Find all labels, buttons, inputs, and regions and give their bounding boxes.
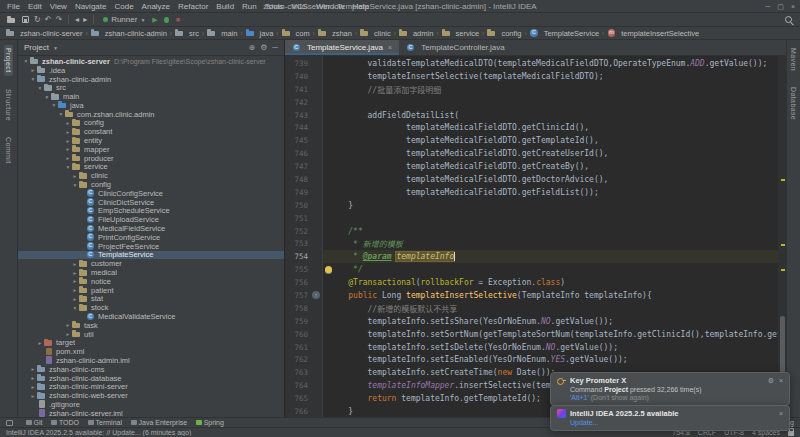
tree-item-task[interactable]: ▸task xyxy=(18,321,284,330)
toolstrip-maven[interactable]: Maven xyxy=(789,45,798,74)
chevron-right-icon[interactable]: ▸ xyxy=(36,340,44,346)
breadcrumb-item[interactable]: zshan-clinic-admin xyxy=(91,29,167,38)
tree-item-zshan-clinic-admin[interactable]: ▾zshan-clinic-admin xyxy=(18,75,284,84)
line-number[interactable]: 756 xyxy=(285,276,322,289)
line-number[interactable]: 751 xyxy=(285,212,322,225)
line-number[interactable]: 755 xyxy=(285,263,322,276)
line-number[interactable]: 763 xyxy=(285,366,322,379)
chevron-down-icon[interactable]: ▾ xyxy=(71,182,79,188)
tree-item-templateservice[interactable]: TemplateService xyxy=(18,251,284,260)
menu-analyze[interactable]: Analyze xyxy=(138,2,174,11)
tree-item-mapper[interactable]: ▸mapper xyxy=(18,145,284,154)
lock-icon[interactable] xyxy=(788,431,794,436)
breadcrumb-item[interactable]: src xyxy=(175,29,199,38)
menu-tools[interactable]: Tools xyxy=(261,2,288,11)
tree-item--gitignore[interactable]: .gitignore xyxy=(18,400,284,409)
tree-item-patient[interactable]: ▸patient xyxy=(18,286,284,295)
menu-navigate[interactable]: Navigate xyxy=(71,2,111,11)
line-number[interactable]: 741 xyxy=(285,83,322,96)
breadcrumb-item[interactable]: clinic xyxy=(360,29,391,38)
run-configuration-select[interactable]: Runner ▼ xyxy=(100,15,148,24)
chevron-right-icon[interactable]: ▸ xyxy=(71,296,79,302)
tree-item-empscheduleservice[interactable]: EmpScheduleService xyxy=(18,207,284,216)
hide-panel-icon[interactable]: ─ xyxy=(272,43,278,52)
tree-item-stat[interactable]: ▸stat xyxy=(18,295,284,304)
menu-build[interactable]: Build xyxy=(212,2,238,11)
run-button[interactable]: ▶ xyxy=(152,16,157,24)
sync-icon[interactable]: ↻ xyxy=(34,15,41,25)
tree-item-clinic[interactable]: ▸clinic xyxy=(18,171,284,180)
minimize-button[interactable]: ─ xyxy=(765,0,770,13)
breadcrumb-item[interactable]: zshan xyxy=(318,29,352,38)
menu-refactor[interactable]: Refactor xyxy=(174,2,212,11)
menu-help[interactable]: Help xyxy=(348,2,372,11)
toolwindow-spring[interactable]: Spring xyxy=(196,419,224,426)
tree-item-clinicconfigservice[interactable]: ClinicConfigService xyxy=(18,189,284,198)
menu-code[interactable]: Code xyxy=(110,2,137,11)
menu-run[interactable]: Run xyxy=(238,2,261,11)
search-everywhere-icon[interactable] xyxy=(784,15,794,25)
tree-item-stock[interactable]: ▾stock xyxy=(18,303,284,312)
chevron-right-icon[interactable]: ▸ xyxy=(29,366,37,372)
chevron-right-icon[interactable]: ▸ xyxy=(71,278,79,284)
chevron-right-icon[interactable]: ▸ xyxy=(29,375,37,381)
toolstrip-project[interactable]: Project xyxy=(4,45,13,76)
tree-item-producer[interactable]: ▸producer xyxy=(18,154,284,163)
update-link[interactable]: Update... xyxy=(570,419,598,426)
line-number[interactable]: 762 xyxy=(285,353,322,366)
breadcrumb-item[interactable]: templateInsertSelective xyxy=(607,29,699,38)
chevron-right-icon[interactable]: ▸ xyxy=(71,173,79,179)
tree-item-medical[interactable]: ▸medical xyxy=(18,268,284,277)
line-number[interactable]: 743 xyxy=(285,109,322,122)
tree-item-com-zshan-clinic-admin[interactable]: ▾com.zshan.clinic.admin xyxy=(18,110,284,119)
chevron-right-icon[interactable]: ▸ xyxy=(71,261,79,267)
chevron-down-icon[interactable]: ▾ xyxy=(43,94,51,100)
chevron-right-icon[interactable]: ▸ xyxy=(29,67,37,73)
toolstrip-database[interactable]: Database xyxy=(789,84,798,123)
chevron-down-icon[interactable]: ▾ xyxy=(57,111,65,117)
toolwindow-git[interactable]: Git xyxy=(26,419,42,426)
chevron-right-icon[interactable]: ▸ xyxy=(71,270,79,276)
tree-item-medicalvalidateservice[interactable]: MedicalValidateService xyxy=(18,312,284,321)
tree-item-java[interactable]: ▾java xyxy=(18,101,284,110)
toolwindow-todo[interactable]: TODO xyxy=(51,419,79,426)
chevron-right-icon[interactable]: ▸ xyxy=(29,384,37,390)
line-number[interactable]: 752 xyxy=(285,225,322,238)
close-icon[interactable]: × xyxy=(388,44,392,51)
tree-item-zshan-clinic-server-iml[interactable]: zshan-clinic-server.iml xyxy=(18,409,284,417)
toolwindow-switcher-icon[interactable] xyxy=(6,420,13,426)
chevron-down-icon[interactable]: ▾ xyxy=(64,164,72,170)
breadcrumb-item[interactable]: java xyxy=(246,29,274,38)
breadcrumb-item[interactable]: TemplateService xyxy=(530,29,599,38)
tab-templatecontroller-java[interactable]: TemplateController.java xyxy=(399,40,512,55)
close-button[interactable]: × xyxy=(791,0,795,13)
breadcrumb-item[interactable]: com xyxy=(282,29,310,38)
tree-item-customer[interactable]: ▸customer xyxy=(18,259,284,268)
line-number[interactable]: 760 xyxy=(285,328,322,341)
chevron-right-icon[interactable]: ▸ xyxy=(29,393,37,399)
redo-icon[interactable]: ↷ xyxy=(55,15,62,25)
tree-item--idea[interactable]: ▸.idea xyxy=(18,66,284,75)
line-number[interactable]: 750 xyxy=(285,199,322,212)
project-panel-title[interactable]: Project xyxy=(24,43,49,52)
chevron-right-icon[interactable]: ▸ xyxy=(64,155,72,161)
tree-item-target[interactable]: ▸target xyxy=(18,339,284,348)
line-number[interactable]: 749 xyxy=(285,186,322,199)
menu-edit[interactable]: Edit xyxy=(24,2,46,11)
line-number[interactable]: 759 xyxy=(285,315,322,328)
menu-window[interactable]: Window xyxy=(312,2,348,11)
tree-item-config[interactable]: ▾config xyxy=(18,180,284,189)
tree-item-pom-xml[interactable]: pom.xml xyxy=(18,347,284,356)
line-number[interactable]: 753 xyxy=(285,237,322,250)
line-number[interactable]: 765 xyxy=(285,392,322,405)
forward-icon[interactable]: ▸ xyxy=(83,15,87,25)
chevron-right-icon[interactable]: ▸ xyxy=(64,138,72,144)
tab-templateservice-java[interactable]: TemplateService.java× xyxy=(285,40,399,55)
tree-item-src[interactable]: ▾src xyxy=(18,83,284,92)
close-icon[interactable]: × xyxy=(779,377,783,385)
line-number[interactable]: 746 xyxy=(285,147,322,160)
toolwindow-terminal[interactable]: Terminal xyxy=(88,419,122,426)
locate-file-icon[interactable]: ⊕ xyxy=(248,43,255,52)
save-all-icon[interactable] xyxy=(20,15,30,25)
tree-item-config[interactable]: ▸config xyxy=(18,119,284,128)
